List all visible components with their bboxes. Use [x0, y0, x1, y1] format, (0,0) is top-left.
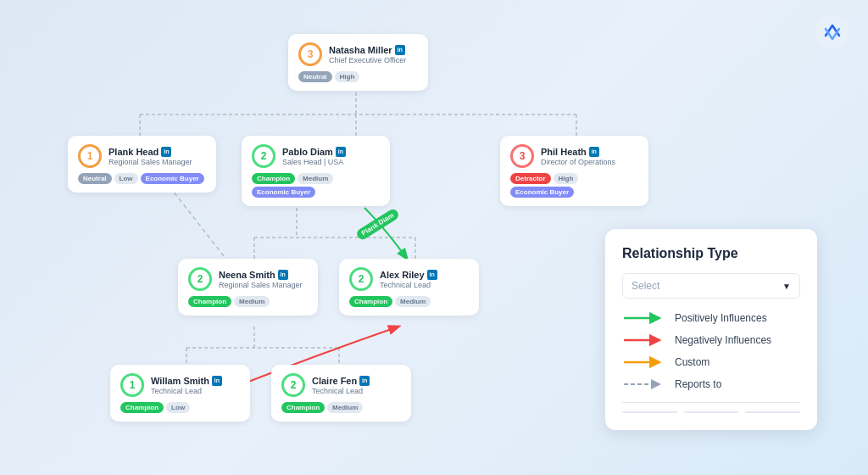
card-willam[interactable]: 1 Willam Smith in Technical Lead Champio…	[110, 365, 250, 422]
tag-neutral-plank: Neutral	[78, 173, 112, 184]
title-neena: Regional Sales Manager	[219, 281, 308, 289]
score-neena: 2	[188, 267, 212, 291]
tag-champion-alex: Champion	[349, 296, 392, 307]
rel-panel-title: Relationship Type	[622, 246, 800, 261]
rel-footer-line1	[622, 411, 677, 413]
score-plank: 1	[78, 144, 102, 168]
custom-arrow-icon	[622, 356, 665, 368]
score-claire: 2	[281, 373, 305, 397]
tags-alex: Champion Medium	[349, 296, 469, 307]
positive-arrow-icon	[622, 312, 665, 324]
title-phil: Director of Operations	[541, 158, 638, 166]
title-claire: Technical Lead	[312, 387, 401, 395]
rel-item-positive: Positively Influences	[622, 312, 800, 324]
tag-champion-neena: Champion	[188, 296, 231, 307]
tag-high-natasha: High	[335, 71, 360, 82]
name-natasha: Natasha Miller in	[329, 45, 418, 55]
linkedin-claire: in	[359, 376, 370, 386]
rel-item-custom: Custom	[622, 356, 800, 368]
title-alex: Technical Lead	[380, 281, 469, 289]
score-willam: 1	[120, 373, 144, 397]
tags-pablo: Champion Medium Economic Buyer	[252, 173, 380, 198]
tags-phil: Detractor High Economic Buyer	[510, 173, 638, 198]
name-phil: Phil Heath in	[541, 147, 638, 157]
tags-neena: Champion Medium	[188, 296, 308, 307]
tag-medium-claire: Medium	[327, 402, 363, 413]
linkedin-plank: in	[161, 147, 171, 157]
tags-plank: Neutral Low Economic Buyer	[78, 173, 206, 184]
title-plank: Regional Sales Manager	[108, 158, 206, 166]
tag-medium-alex: Medium	[395, 296, 431, 307]
rel-divider	[622, 402, 800, 403]
org-chart: 3 Natasha Miller in Chief Executive Offi…	[0, 0, 868, 475]
linkedin-alex: in	[427, 270, 437, 280]
app-logo	[817, 17, 848, 48]
tag-economic-plank: Economic Buyer	[141, 173, 204, 184]
score-phil: 3	[510, 144, 534, 168]
title-natasha: Chief Executive Officer	[329, 56, 418, 64]
rel-footer-line2	[684, 411, 739, 413]
score-natasha: 3	[298, 42, 322, 66]
tag-champion-claire: Champion	[281, 402, 325, 413]
tag-economic-phil: Economic Buyer	[510, 187, 574, 198]
name-willam: Willam Smith in	[151, 376, 240, 386]
tags-natasha: Neutral High	[298, 71, 418, 82]
rel-footer-line3	[745, 411, 800, 413]
tag-champion-willam: Champion	[120, 402, 164, 413]
card-pablo[interactable]: 2 Pablo Diam in Sales Head | USA Champio…	[242, 136, 390, 206]
rel-positive-label: Positively Influences	[675, 312, 767, 324]
title-willam: Technical Lead	[151, 387, 240, 395]
linkedin-willam: in	[212, 376, 222, 386]
tags-claire: Champion Medium	[281, 402, 401, 413]
tag-medium-neena: Medium	[234, 296, 270, 307]
name-plank: Plank Head in	[108, 147, 206, 157]
linkedin-pablo: in	[336, 147, 346, 157]
rel-item-negative: Negatively Influences	[622, 334, 800, 346]
title-pablo: Sales Head | USA	[282, 158, 380, 166]
tag-low-willam: Low	[166, 402, 190, 413]
tag-detractor-phil: Detractor	[510, 173, 551, 184]
name-claire: Claire Fen in	[312, 376, 401, 386]
rel-reports-label: Reports to	[675, 378, 721, 390]
connection-label: Plank Diam	[355, 207, 401, 241]
rel-select[interactable]: Select ▼	[622, 273, 800, 299]
tag-high-phil: High	[554, 173, 579, 184]
rel-negative-label: Negatively Influences	[675, 334, 771, 346]
name-neena: Neena Smith in	[219, 270, 308, 280]
relationship-panel: Relationship Type Select ▼ Positively In…	[605, 229, 817, 430]
tag-neutral-natasha: Neutral	[298, 71, 332, 82]
score-alex: 2	[349, 267, 373, 291]
rel-footer	[622, 411, 800, 413]
name-alex: Alex Riley in	[380, 270, 469, 280]
linkedin-phil: in	[589, 147, 599, 157]
card-neena[interactable]: 2 Neena Smith in Regional Sales Manager …	[178, 259, 318, 316]
svg-rect-18	[817, 17, 848, 48]
linkedin-neena: in	[278, 270, 288, 280]
tag-low-plank: Low	[114, 173, 138, 184]
tag-champion-pablo: Champion	[252, 173, 295, 184]
card-phil[interactable]: 3 Phil Heath in Director of Operations D…	[500, 136, 648, 206]
reports-arrow-icon	[622, 378, 665, 390]
card-natasha[interactable]: 3 Natasha Miller in Chief Executive Offi…	[288, 34, 428, 91]
card-alex[interactable]: 2 Alex Riley in Technical Lead Champion …	[339, 259, 479, 316]
name-pablo: Pablo Diam in	[282, 147, 380, 157]
rel-custom-label: Custom	[675, 356, 709, 368]
rel-item-reports: Reports to	[622, 378, 800, 390]
chevron-down-icon: ▼	[782, 282, 791, 291]
score-pablo: 2	[252, 144, 275, 168]
tag-medium-pablo: Medium	[298, 173, 333, 184]
card-claire[interactable]: 2 Claire Fen in Technical Lead Champion …	[271, 365, 411, 422]
negative-arrow-icon	[622, 334, 665, 346]
tags-willam: Champion Low	[120, 402, 240, 413]
tag-economic-pablo: Economic Buyer	[252, 187, 315, 198]
linkedin-natasha: in	[395, 45, 405, 55]
rel-select-placeholder: Select	[632, 280, 659, 292]
card-plank[interactable]: 1 Plank Head in Regional Sales Manager N…	[68, 136, 216, 193]
